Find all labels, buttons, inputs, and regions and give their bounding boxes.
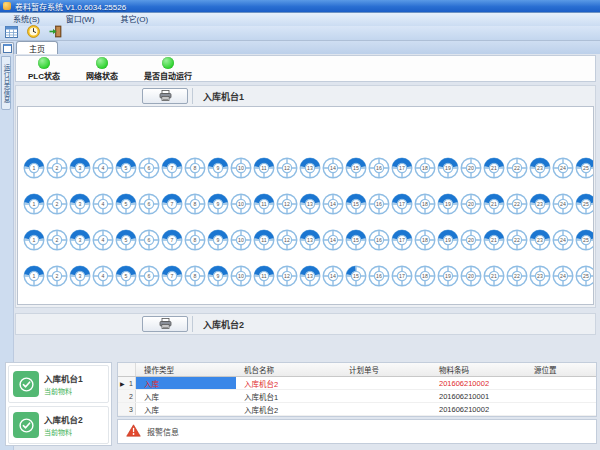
reel-slot-14: 14	[322, 265, 344, 287]
reel-slot-11: 11	[253, 157, 275, 179]
svg-text:10: 10	[238, 165, 244, 171]
reel-slot-9: 9	[207, 265, 229, 287]
reel-slot-7: 7	[161, 265, 183, 287]
reel-slot-6: 6	[138, 265, 160, 287]
app-icon	[3, 2, 11, 10]
svg-text:7: 7	[171, 201, 174, 207]
reel-slot-11: 11	[253, 193, 275, 215]
reel-slot-9: 9	[207, 229, 229, 251]
header-spacer	[16, 86, 142, 106]
table-cell	[341, 390, 431, 402]
print-button-1[interactable]	[142, 88, 188, 104]
status-dot	[38, 57, 50, 69]
table-row[interactable]: ▶1入库入库机台2201606210002	[118, 377, 596, 390]
table-cell: 入库机台2	[236, 403, 341, 415]
svg-text:3: 3	[79, 201, 82, 207]
reel-slot-6: 6	[138, 157, 160, 179]
svg-text:24: 24	[560, 165, 566, 171]
reel-slot-14: 14	[322, 229, 344, 251]
svg-text:25: 25	[583, 201, 589, 207]
reel-slot-3: 3	[69, 157, 91, 179]
reel-slot-16: 16	[368, 193, 390, 215]
reel-slot-6: 6	[138, 193, 160, 215]
row-indicator-header	[118, 363, 136, 376]
reel-slot-17: 17	[391, 193, 413, 215]
reel-slot-25: 25	[575, 265, 594, 287]
reel-slot-5: 5	[115, 193, 137, 215]
svg-text:9: 9	[217, 237, 220, 243]
reel-slot-12: 12	[276, 265, 298, 287]
svg-text:19: 19	[445, 165, 451, 171]
machine-name: 入库机台1	[44, 372, 83, 384]
table-row[interactable]: 4	[118, 416, 596, 417]
reel-slot-18: 18	[414, 157, 436, 179]
svg-text:13: 13	[307, 273, 313, 279]
reel-slot-23: 23	[529, 265, 551, 287]
column-header[interactable]: 物料条码	[431, 364, 526, 375]
section-inbound-machine1: 入库机台1 1234567891011121314151617181920212…	[15, 85, 596, 308]
status-label: 是否自动运行	[144, 70, 192, 81]
column-header[interactable]: 机台名称	[236, 364, 341, 375]
reel-slot-24: 24	[552, 229, 574, 251]
svg-text:1: 1	[33, 237, 36, 243]
svg-text:2: 2	[56, 237, 59, 243]
svg-text:4: 4	[102, 237, 105, 243]
svg-text:17: 17	[399, 237, 405, 243]
column-header[interactable]: 源位置	[526, 364, 596, 375]
menu-item[interactable]: 其它(O)	[112, 13, 158, 26]
hidden-panel-tab[interactable]	[0, 42, 14, 54]
svg-text:16: 16	[376, 165, 382, 171]
svg-text:6: 6	[148, 273, 151, 279]
table-row[interactable]: 3入库入库机台2201606210002	[118, 403, 596, 416]
reel-slot-3: 3	[69, 193, 91, 215]
table-cell	[526, 416, 596, 417]
svg-text:10: 10	[238, 273, 244, 279]
printer-icon	[159, 89, 172, 104]
reel-slot-19: 19	[437, 193, 459, 215]
svg-text:5: 5	[125, 165, 128, 171]
section-title-machine1: 入库机台1	[203, 90, 244, 103]
reel-slot-10: 10	[230, 229, 252, 251]
svg-text:24: 24	[560, 273, 566, 279]
reel-slot-11: 11	[253, 265, 275, 287]
clock-button[interactable]	[26, 27, 41, 40]
table-button[interactable]	[4, 27, 19, 40]
column-header[interactable]: 操作类型	[136, 364, 236, 375]
svg-text:6: 6	[148, 165, 151, 171]
reel-slot-12: 12	[276, 229, 298, 251]
svg-text:13: 13	[307, 165, 313, 171]
status-indicator: 是否自动运行	[144, 57, 192, 81]
svg-text:2: 2	[56, 201, 59, 207]
column-header[interactable]: 计划单号	[341, 364, 431, 375]
reel-slot-24: 24	[552, 265, 574, 287]
reel-slot-15: 15	[345, 265, 367, 287]
side-panel-tab[interactable]: 运行日志信息	[1, 56, 11, 110]
svg-text:16: 16	[376, 237, 382, 243]
reel-slot-7: 7	[161, 157, 183, 179]
print-button-2[interactable]	[142, 316, 188, 332]
reel-slot-19: 19	[437, 157, 459, 179]
tab-home[interactable]: 主页	[16, 41, 58, 54]
section-header-2: 入库机台2	[16, 314, 595, 334]
svg-text:25: 25	[583, 237, 589, 243]
table-row[interactable]: 2入库入库机台1201606210001	[118, 390, 596, 403]
reel-slot-24: 24	[552, 157, 574, 179]
reel-slot-16: 16	[368, 229, 390, 251]
reel-slot-1: 1	[23, 157, 45, 179]
table-cell	[341, 416, 431, 417]
reel-slot-7: 7	[161, 229, 183, 251]
machine-name: 入库机台2	[44, 413, 83, 425]
reel-slot-8: 8	[184, 157, 206, 179]
menu-item[interactable]: 窗口(W)	[57, 13, 104, 26]
svg-text:19: 19	[445, 273, 451, 279]
exit-button[interactable]	[48, 27, 63, 40]
svg-text:1: 1	[33, 201, 36, 207]
svg-text:18: 18	[422, 273, 428, 279]
svg-text:23: 23	[537, 201, 543, 207]
svg-text:11: 11	[261, 273, 266, 279]
content: 运行日志信息 PLC状态网络状态是否自动运行	[0, 54, 600, 450]
reel-slot-22: 22	[506, 157, 528, 179]
svg-text:18: 18	[422, 237, 428, 243]
reel-slot-20: 20	[460, 265, 482, 287]
header-spacer	[16, 314, 142, 334]
